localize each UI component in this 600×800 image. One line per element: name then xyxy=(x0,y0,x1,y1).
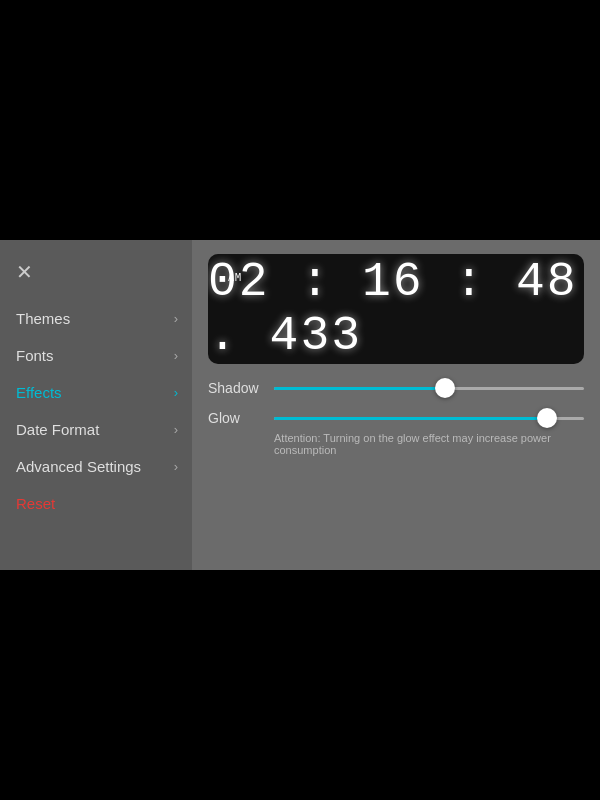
main-panel: ✕ Themes › Fonts › Effects › Date Format… xyxy=(0,240,600,570)
clock-am-label: AM xyxy=(228,272,242,283)
chevron-right-icon: › xyxy=(174,422,178,437)
chevron-right-icon: › xyxy=(174,348,178,363)
clock-time-display: 02 : 16 : 48 . 433 xyxy=(208,255,584,363)
sidebar-item-themes[interactable]: Themes › xyxy=(0,300,192,337)
glow-slider-row: Glow xyxy=(208,410,584,426)
bottom-black-area xyxy=(0,570,600,800)
close-button[interactable]: ✕ xyxy=(4,252,44,292)
sidebar-item-date-format[interactable]: Date Format › xyxy=(0,411,192,448)
reset-label: Reset xyxy=(16,495,55,512)
shadow-slider-thumb[interactable] xyxy=(435,378,455,398)
shadow-slider-fill xyxy=(274,387,445,390)
shadow-slider-row: Shadow xyxy=(208,380,584,396)
sidebar-item-advanced-settings[interactable]: Advanced Settings › xyxy=(0,448,192,485)
chevron-right-icon: › xyxy=(174,311,178,326)
shadow-label: Shadow xyxy=(208,380,262,396)
chevron-right-icon: › xyxy=(174,385,178,400)
reset-button[interactable]: Reset xyxy=(0,485,192,522)
glow-slider-track[interactable] xyxy=(274,417,584,420)
glow-slider-fill xyxy=(274,417,547,420)
sidebar-item-effects-label: Effects xyxy=(16,384,62,401)
chevron-right-icon: › xyxy=(174,459,178,474)
clock-display: AM 02 : 16 : 48 . 433 xyxy=(208,254,584,364)
shadow-slider-track[interactable] xyxy=(274,387,584,390)
content-area: AM 02 : 16 : 48 . 433 Shadow Glow xyxy=(192,240,600,570)
sidebar: ✕ Themes › Fonts › Effects › Date Format… xyxy=(0,240,192,570)
sidebar-item-fonts-label: Fonts xyxy=(16,347,54,364)
glow-slider-thumb[interactable] xyxy=(537,408,557,428)
sidebar-item-themes-label: Themes xyxy=(16,310,70,327)
glow-label: Glow xyxy=(208,410,262,426)
sidebar-item-advanced-settings-label: Advanced Settings xyxy=(16,458,141,475)
sidebar-item-fonts[interactable]: Fonts › xyxy=(0,337,192,374)
close-icon: ✕ xyxy=(16,262,33,282)
glow-warning-text: Attention: Turning on the glow effect ma… xyxy=(274,432,584,456)
sidebar-item-effects[interactable]: Effects › xyxy=(0,374,192,411)
top-black-area xyxy=(0,0,600,240)
sidebar-item-date-format-label: Date Format xyxy=(16,421,99,438)
sliders-section: Shadow Glow Attention: Turning on the gl… xyxy=(208,380,584,456)
